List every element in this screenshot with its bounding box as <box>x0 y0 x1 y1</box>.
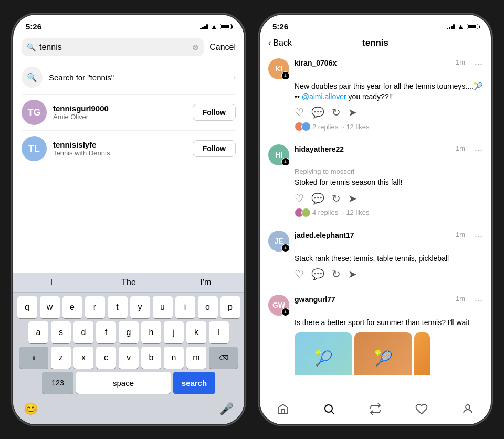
predictive-1[interactable]: I <box>13 277 90 288</box>
key-shift[interactable]: ⇧ <box>19 347 48 369</box>
share-button-2[interactable]: ➤ <box>348 192 357 205</box>
key-z[interactable]: z <box>51 347 71 369</box>
key-x[interactable]: x <box>74 347 93 369</box>
like-button-3[interactable]: ♡ <box>295 268 304 280</box>
predictive-3[interactable]: I'm <box>167 277 244 288</box>
comment-button-1[interactable]: 💬 <box>311 106 324 119</box>
key-row-4: 123 space search <box>15 372 243 394</box>
wifi-icon: ▲ <box>211 23 217 30</box>
post-avatar-2: HI + <box>268 144 289 165</box>
search-bar-container[interactable]: 🔍 tennis ⊗ <box>22 38 204 56</box>
nav-home[interactable] <box>271 398 295 421</box>
key-j[interactable]: j <box>164 321 184 343</box>
key-space[interactable]: space <box>76 372 171 394</box>
key-d[interactable]: d <box>74 321 93 343</box>
share-button-3[interactable]: ➤ <box>348 268 357 280</box>
user-info-2: tennisislyfe Tennis with Dennis <box>53 140 186 157</box>
thread-scroll[interactable]: KI + kiran_0706x 1m ··· New doubles pair… <box>260 52 491 375</box>
post-username-2: hidayathere22 <box>295 145 344 153</box>
post-meta-2: hidayathere22 <box>295 144 450 154</box>
key-v[interactable]: v <box>119 347 139 369</box>
post-more-4[interactable]: ··· <box>475 295 482 306</box>
repost-button-1[interactable]: ↻ <box>332 106 341 119</box>
search-icon-circle: 🔍 <box>22 67 43 88</box>
post-content-3: Stack rank these: tennis, table tennis, … <box>295 254 482 264</box>
nav-like[interactable] <box>410 398 433 421</box>
status-bar-right: 5:26 ▲ <box>260 15 491 35</box>
nav-profile[interactable] <box>456 398 479 421</box>
search-for-item[interactable]: 🔍 Search for "tennis" › <box>13 60 244 94</box>
key-y[interactable]: y <box>130 296 150 318</box>
key-k[interactable]: k <box>186 321 206 343</box>
post-meta-3: jaded.elephant17 <box>295 231 450 240</box>
key-numbers[interactable]: 123 <box>42 372 74 394</box>
mic-icon[interactable]: 🎤 <box>219 402 234 416</box>
post-actions-1: ♡ 💬 ↻ ➤ <box>295 106 482 119</box>
post-time-1: 1m <box>456 58 465 66</box>
comment-button-3[interactable]: 💬 <box>311 268 324 280</box>
repost-button-3[interactable]: ↻ <box>332 268 341 280</box>
key-h[interactable]: h <box>141 321 161 343</box>
status-icons-right: ▲ <box>447 23 478 30</box>
mini-avatar-2b <box>301 208 311 217</box>
key-t[interactable]: t <box>108 296 128 318</box>
nav-repost[interactable] <box>364 398 387 421</box>
key-n[interactable]: n <box>164 347 184 369</box>
post-more-1[interactable]: ··· <box>475 58 482 69</box>
user-result-2[interactable]: TL tennisislyfe Tennis with Dennis Follo… <box>13 131 244 166</box>
chevron-right-icon: › <box>233 72 236 82</box>
key-q[interactable]: q <box>17 296 37 318</box>
predictive-2[interactable]: The <box>90 277 167 288</box>
back-button[interactable]: ‹ Back <box>268 38 292 48</box>
signal-icon <box>200 24 208 29</box>
status-time-left: 5:26 <box>26 22 41 31</box>
key-o[interactable]: o <box>198 296 218 318</box>
post-username-1: kiran_0706x <box>295 59 337 67</box>
key-row-1: q w e r t y u i o p <box>15 296 243 318</box>
nav-search[interactable] <box>318 398 341 421</box>
post-header-4: GW + gwangurl77 1m ··· <box>268 295 482 316</box>
user-bio-2: Tennis with Dennis <box>53 149 186 157</box>
user-result-1[interactable]: TG tennisgurl9000 Amie Oliver Follow <box>13 95 244 130</box>
post-header-3: JE + jaded.elephant17 1m ··· <box>268 231 482 252</box>
key-u[interactable]: u <box>153 296 173 318</box>
avatar-tennisgurl9000: TG <box>22 100 47 125</box>
cancel-button[interactable]: Cancel <box>209 43 236 52</box>
key-m[interactable]: m <box>186 347 206 369</box>
key-r[interactable]: r <box>85 296 105 318</box>
key-p[interactable]: p <box>220 296 240 318</box>
like-button-1[interactable]: ♡ <box>295 106 304 119</box>
key-backspace[interactable]: ⌫ <box>209 347 238 369</box>
key-a[interactable]: a <box>28 321 48 343</box>
emoji-icon[interactable]: 😊 <box>24 402 38 416</box>
key-l[interactable]: l <box>209 321 229 343</box>
key-b[interactable]: b <box>141 347 161 369</box>
key-row-2: a s d f g h j k l <box>15 321 243 343</box>
key-c[interactable]: c <box>96 347 116 369</box>
key-i[interactable]: i <box>175 296 195 318</box>
post-more-2[interactable]: ··· <box>475 144 482 155</box>
repost-button-2[interactable]: ↻ <box>332 192 341 205</box>
search-for-text: Search for "tennis" <box>49 73 227 82</box>
search-clear-button[interactable]: ⊗ <box>192 43 199 52</box>
key-s[interactable]: s <box>51 321 71 343</box>
share-button-1[interactable]: ➤ <box>348 106 357 119</box>
post-more-3[interactable]: ··· <box>475 231 482 242</box>
key-f[interactable]: f <box>96 321 116 343</box>
key-g[interactable]: g <box>119 321 139 343</box>
post-avatar-3: JE + <box>268 231 289 252</box>
keyboard: I The I'm q w e r t y u i o p a s d <box>13 273 244 424</box>
key-e[interactable]: e <box>62 296 82 318</box>
key-search[interactable]: search <box>173 372 215 394</box>
like-button-2[interactable]: ♡ <box>295 192 304 205</box>
key-w[interactable]: w <box>40 296 60 318</box>
post-meta-4: gwangurl77 <box>295 295 450 304</box>
search-bar-icon: 🔍 <box>27 43 36 51</box>
search-input[interactable]: tennis <box>39 43 188 52</box>
follow-button-1[interactable]: Follow <box>193 104 236 121</box>
follow-button-2[interactable]: Follow <box>193 140 236 157</box>
left-phone: 5:26 ▲ 🔍 tennis ⊗ Cancel 🔍 Search for <box>13 15 244 424</box>
mention-1[interactable]: @aimi.allover <box>302 92 346 101</box>
back-label: Back <box>273 38 292 48</box>
comment-button-2[interactable]: 💬 <box>311 192 324 205</box>
